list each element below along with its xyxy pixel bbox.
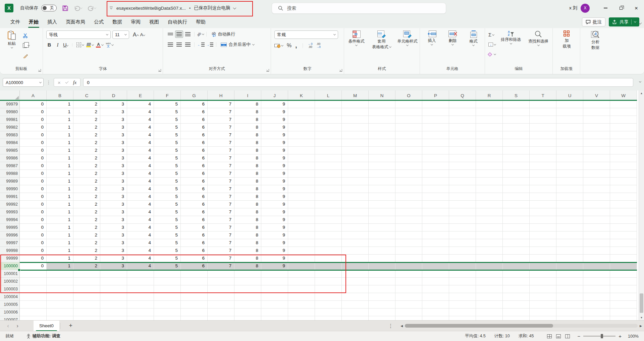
cell-F99996[interactable]: 5 [154, 231, 181, 239]
cell-Q100006[interactable] [449, 309, 476, 316]
cell-T99996[interactable] [530, 231, 556, 239]
cell-G100005[interactable] [181, 301, 208, 309]
cell-R100002[interactable] [476, 278, 503, 285]
cell-V99997[interactable] [583, 239, 610, 247]
cell-P99991[interactable] [422, 193, 449, 201]
cell-U99997[interactable] [556, 239, 583, 247]
cell-S99993[interactable] [503, 208, 530, 216]
cell-M99980[interactable] [342, 108, 369, 116]
cell-C100005[interactable] [73, 301, 100, 309]
cell-D99995[interactable]: 3 [100, 224, 127, 231]
cell-A99995[interactable]: 0 [20, 224, 47, 231]
cell-L99979[interactable] [315, 100, 342, 108]
cell-G100003[interactable] [181, 285, 208, 293]
cell-A99999[interactable]: 0 [20, 255, 47, 262]
cell-A99992[interactable]: 0 [20, 201, 47, 208]
cell-H99981[interactable]: 7 [208, 116, 234, 124]
cell-P100005[interactable] [422, 301, 449, 309]
zoom-in-button[interactable]: + [619, 333, 622, 339]
cell-B99993[interactable]: 1 [47, 208, 73, 216]
cell-P100004[interactable] [422, 293, 449, 301]
column-header-O[interactable]: O [395, 90, 422, 100]
cell-J99984[interactable]: 9 [261, 139, 288, 147]
cell-S99999[interactable] [503, 255, 530, 262]
cell-K100000[interactable] [288, 262, 315, 270]
cell-B99989[interactable]: 1 [47, 178, 73, 185]
cell-L99985[interactable] [315, 147, 342, 154]
cell-N100006[interactable] [369, 309, 395, 316]
cell-E99983[interactable]: 4 [127, 131, 154, 139]
cell-G99989[interactable]: 6 [181, 178, 208, 185]
cell-G100007[interactable] [181, 316, 208, 320]
cell-O100001[interactable] [395, 270, 422, 278]
cell-D100000[interactable]: 3 [100, 262, 127, 270]
cell-W99989[interactable] [610, 178, 637, 185]
row-header-99982[interactable]: 99982 [0, 124, 20, 131]
cell-S99998[interactable] [503, 247, 530, 255]
cell-S100001[interactable] [503, 270, 530, 278]
cell-G100002[interactable] [181, 278, 208, 285]
column-header-L[interactable]: L [315, 90, 342, 100]
row-header-99988[interactable]: 99988 [0, 170, 20, 178]
cell-I99982[interactable]: 8 [234, 124, 261, 131]
cell-N99999[interactable] [369, 255, 395, 262]
cell-V99994[interactable] [583, 216, 610, 224]
cell-T100003[interactable] [530, 285, 556, 293]
cell-Q99982[interactable] [449, 124, 476, 131]
autosave-toggle[interactable]: 关 [41, 5, 57, 11]
cell-P99989[interactable] [422, 178, 449, 185]
undo-button[interactable] [74, 5, 82, 11]
cell-Q99983[interactable] [449, 131, 476, 139]
hscroll-right-arrow-icon[interactable]: ▶ [640, 324, 642, 328]
cell-N99986[interactable] [369, 154, 395, 162]
cell-W99983[interactable] [610, 131, 637, 139]
insert-function-button[interactable]: fx [73, 80, 76, 85]
cell-R99982[interactable] [476, 124, 503, 131]
cell-N100005[interactable] [369, 301, 395, 309]
cell-K100006[interactable] [288, 309, 315, 316]
cell-G99997[interactable]: 6 [181, 239, 208, 247]
cell-N99998[interactable] [369, 247, 395, 255]
column-header-N[interactable]: N [369, 90, 395, 100]
cell-N99982[interactable] [369, 124, 395, 131]
cell-B99991[interactable]: 1 [47, 193, 73, 201]
cell-N99981[interactable] [369, 116, 395, 124]
cell-A99997[interactable]: 0 [20, 239, 47, 247]
cell-F99989[interactable]: 5 [154, 178, 181, 185]
cell-J100002[interactable] [261, 278, 288, 285]
cell-U99993[interactable] [556, 208, 583, 216]
cell-A99998[interactable]: 0 [20, 247, 47, 255]
cell-J100006[interactable] [261, 309, 288, 316]
cell-I100007[interactable] [234, 316, 261, 320]
cell-H99993[interactable]: 7 [208, 208, 234, 216]
cell-V99995[interactable] [583, 224, 610, 231]
cell-G99985[interactable]: 6 [181, 147, 208, 154]
align-middle-button[interactable] [175, 30, 183, 38]
status-count[interactable]: 计数: 10 [494, 333, 510, 339]
comments-button[interactable]: 批注 [582, 17, 605, 26]
cell-I99991[interactable]: 8 [234, 193, 261, 201]
cell-T99981[interactable] [530, 116, 556, 124]
column-header-Q[interactable]: Q [449, 90, 476, 100]
number-format-select[interactable]: 常规 [274, 30, 338, 39]
cell-C99983[interactable]: 2 [73, 131, 100, 139]
cell-H100000[interactable]: 7 [208, 262, 234, 270]
cell-Q99981[interactable] [449, 116, 476, 124]
cell-N100004[interactable] [369, 293, 395, 301]
cell-A100005[interactable] [20, 301, 47, 309]
cell-B100001[interactable] [47, 270, 73, 278]
cell-C99996[interactable]: 2 [73, 231, 100, 239]
cell-R100003[interactable] [476, 285, 503, 293]
cell-P99984[interactable] [422, 139, 449, 147]
cell-J99988[interactable]: 9 [261, 170, 288, 178]
cell-N100000[interactable] [369, 262, 395, 270]
cell-I100004[interactable] [234, 293, 261, 301]
cell-D99991[interactable]: 3 [100, 193, 127, 201]
cell-G99983[interactable]: 6 [181, 131, 208, 139]
cell-A99984[interactable]: 0 [20, 139, 47, 147]
cell-J99982[interactable]: 9 [261, 124, 288, 131]
cell-A99993[interactable]: 0 [20, 208, 47, 216]
cell-T99994[interactable] [530, 216, 556, 224]
share-button[interactable]: 共享 [609, 17, 639, 26]
cell-F99997[interactable]: 5 [154, 239, 181, 247]
